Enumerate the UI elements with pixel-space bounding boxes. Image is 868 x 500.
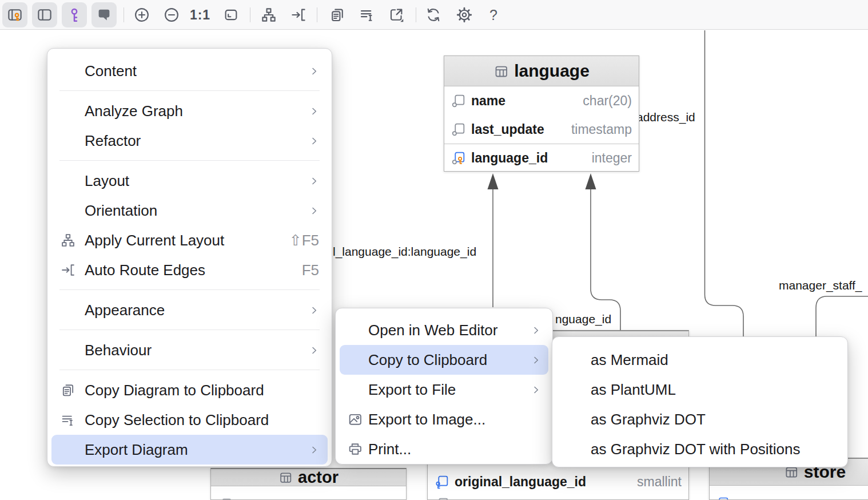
menu-item-auto-route-edges[interactable]: Auto Route Edges F5 (47, 255, 332, 285)
primary-key-icon (451, 150, 467, 166)
menu-separator (59, 370, 320, 370)
comments-toggle-button[interactable] (91, 2, 117, 27)
menu-item-orientation[interactable]: Orientation (47, 196, 332, 225)
menu-item-refactor[interactable]: Refactor (47, 126, 332, 156)
table-column-row[interactable]: original_language_id smallint (428, 469, 688, 495)
menu-separator (59, 289, 320, 290)
table-column-row[interactable]: name char(20) (444, 86, 639, 115)
fit-content-icon (222, 6, 240, 23)
column-icon (435, 497, 450, 500)
column-type: smallint (637, 474, 682, 490)
refresh-icon (425, 6, 442, 23)
menu-item-as-graphviz-dot-with-positions[interactable]: as Graphviz DOT with Positions (552, 434, 847, 464)
menu-item-behaviour[interactable]: Behaviour (47, 335, 332, 365)
submenu-chevron-icon (309, 176, 319, 186)
menu-item-copy-diagram-to-clipboard[interactable]: Copy Diagram to Clipboard (47, 375, 332, 405)
settings-button[interactable] (452, 2, 477, 27)
export-button[interactable] (384, 2, 409, 27)
menu-item-export-diagram[interactable]: Export Diagram (51, 435, 328, 465)
table-title: actor (298, 468, 339, 487)
menu-item-as-mermaid[interactable]: as Mermaid (552, 345, 847, 375)
help-icon: ? (489, 7, 497, 23)
submenu-chevron-icon (309, 305, 319, 315)
comment-icon (95, 6, 113, 23)
help-button[interactable]: ? (481, 2, 506, 27)
arrowhead (488, 173, 499, 189)
column-name: original_language_id (455, 474, 586, 490)
fit-content-button[interactable] (218, 2, 244, 27)
menu-item-copy-selection-to-clipboard[interactable]: Copy Selection to Clipboard (47, 405, 332, 435)
table-column-row[interactable]: language_id integer (444, 144, 639, 172)
copy-diagram-button[interactable] (325, 2, 350, 27)
split-panel-icon (36, 6, 53, 23)
export-icon (388, 6, 405, 23)
menu-shortcut: ⇧F5 (289, 232, 319, 249)
table-title: language (514, 61, 590, 81)
column-name: last_update (471, 122, 544, 137)
menu-item-print[interactable]: Print... (336, 434, 552, 464)
table-icon (278, 470, 293, 485)
edge-label: l_language_id:language_id (333, 245, 476, 259)
menu-item-as-plantuml[interactable]: as PlantUML (552, 375, 847, 404)
column-type: timestamp (571, 122, 632, 137)
submenu-chevron-icon (309, 106, 319, 116)
edge-manager-staff (816, 296, 868, 339)
zoom-in-button[interactable] (129, 2, 154, 27)
apply-layout-button[interactable] (256, 2, 281, 27)
table-header[interactable]: actor (211, 469, 406, 486)
table-actor[interactable]: actor (210, 468, 407, 500)
menu-item-copy-to-clipboard[interactable]: Copy to Clipboard (340, 345, 548, 375)
menu-item-export-to-image[interactable]: Export to Image... (336, 404, 552, 434)
diagram-toolbar: 1:1 (0, 0, 868, 30)
menu-item-apply-current-layout[interactable]: Apply Current Layout ⇧F5 (47, 225, 332, 255)
settings-icon (456, 6, 473, 23)
foreign-key-icon (435, 474, 450, 490)
menu-item-layout[interactable]: Layout (47, 166, 332, 196)
column-icon (218, 497, 233, 500)
layout-icon (260, 6, 277, 23)
menu-item-analyze-graph[interactable]: Analyze Graph (47, 96, 332, 126)
auto-route-icon (60, 262, 85, 278)
table-column-row[interactable]: last_update timestamp (444, 115, 639, 144)
diagram-editor: address_id l_language_id:language_id ngu… (0, 0, 868, 500)
menu-separator (59, 330, 320, 330)
zoom-in-icon (133, 6, 150, 23)
image-icon (347, 411, 368, 427)
copy-selection-button[interactable] (355, 2, 380, 27)
copy-to-clipboard-submenu: as Mermaid as PlantUML as Graphviz DOT a… (552, 336, 848, 467)
menu-item-content[interactable]: Content (47, 56, 332, 86)
panel-key-toggle-button[interactable] (2, 2, 27, 27)
arrowhead (586, 173, 596, 189)
submenu-chevron-icon (531, 326, 541, 335)
submenu-chevron-icon (309, 346, 319, 355)
table-header[interactable]: language (444, 56, 639, 86)
key-icon (66, 6, 83, 23)
edge-address-id (705, 30, 744, 339)
split-panel-toggle-button[interactable] (32, 2, 57, 27)
zoom-out-button[interactable] (159, 2, 184, 27)
auto-route-icon (290, 6, 307, 23)
column-icon (451, 93, 467, 109)
submenu-chevron-icon (531, 355, 541, 365)
table-language[interactable]: language name char(20) last_update times… (444, 55, 639, 172)
copy-icon (329, 6, 346, 23)
menu-shortcut: F5 (302, 261, 319, 279)
menu-item-open-in-web-editor[interactable]: Open in Web Editor (336, 315, 552, 345)
menu-item-as-graphviz-dot[interactable]: as Graphviz DOT (552, 404, 847, 434)
edge-label: address_id (636, 110, 695, 124)
submenu-chevron-icon (309, 206, 319, 216)
menu-item-appearance[interactable]: Appearance (47, 295, 332, 325)
actual-size-button[interactable]: 1:1 (188, 2, 213, 27)
edge-language-id-2 (591, 177, 620, 331)
column-name: name (471, 93, 505, 109)
column-name: language_id (471, 150, 548, 166)
menu-item-export-to-file[interactable]: Export to File (336, 375, 552, 404)
toolbar-divider (416, 7, 416, 22)
export-diagram-submenu: Open in Web Editor Copy to Clipboard Exp… (335, 308, 553, 465)
show-keys-toggle-button[interactable] (62, 2, 87, 27)
zoom-ratio-label: 1:1 (190, 7, 210, 23)
auto-route-button[interactable] (286, 2, 311, 27)
toolbar-divider (250, 7, 250, 22)
refresh-button[interactable] (421, 2, 446, 27)
table-icon (493, 64, 509, 79)
